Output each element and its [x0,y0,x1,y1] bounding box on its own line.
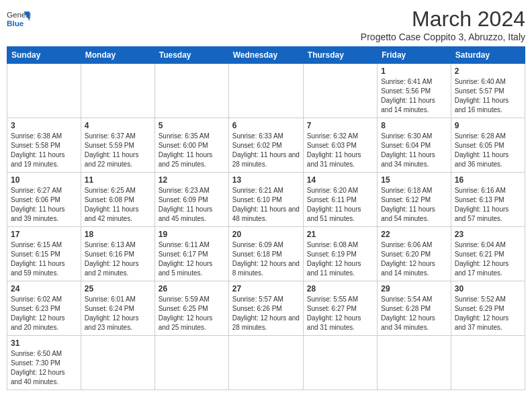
calendar-day-cell [228,336,303,390]
day-number: 10 [11,175,77,185]
calendar-day-cell: 21Sunrise: 6:08 AM Sunset: 6:19 PM Dayli… [303,227,377,281]
weekday-header-cell: Friday [378,47,451,64]
day-info: Sunrise: 6:13 AM Sunset: 6:16 PM Dayligh… [85,240,151,278]
calendar-body: 1Sunrise: 6:41 AM Sunset: 5:56 PM Daylig… [7,64,525,390]
calendar-day-cell: 24Sunrise: 6:02 AM Sunset: 6:23 PM Dayli… [7,281,81,336]
logo-icon: General Blue [7,7,31,31]
calendar-day-cell [303,336,377,390]
day-number: 8 [381,121,447,130]
day-number: 15 [381,175,447,185]
calendar-day-cell: 30Sunrise: 5:52 AM Sunset: 6:29 PM Dayli… [451,281,525,336]
calendar-day-cell [378,336,451,390]
day-info: Sunrise: 6:15 AM Sunset: 6:15 PM Dayligh… [11,240,77,278]
day-number: 9 [455,121,521,130]
calendar-week-row: 10Sunrise: 6:27 AM Sunset: 6:06 PM Dayli… [7,173,525,227]
svg-text:Blue: Blue [7,19,24,28]
day-number: 28 [307,284,373,293]
weekday-header-row: SundayMondayTuesdayWednesdayThursdayFrid… [7,47,525,64]
calendar-day-cell: 23Sunrise: 6:04 AM Sunset: 6:21 PM Dayli… [451,227,525,281]
day-info: Sunrise: 6:23 AM Sunset: 6:09 PM Dayligh… [159,186,225,224]
day-number: 26 [159,284,225,293]
day-info: Sunrise: 5:57 AM Sunset: 6:26 PM Dayligh… [232,295,300,332]
weekday-header-cell: Monday [81,47,154,64]
day-number: 13 [232,175,300,185]
calendar-day-cell: 1Sunrise: 6:41 AM Sunset: 5:56 PM Daylig… [378,64,451,118]
day-info: Sunrise: 6:37 AM Sunset: 5:59 PM Dayligh… [85,132,151,169]
calendar-day-cell: 14Sunrise: 6:20 AM Sunset: 6:11 PM Dayli… [303,173,377,227]
day-info: Sunrise: 6:50 AM Sunset: 7:30 PM Dayligh… [11,349,77,387]
day-number: 1 [381,66,447,76]
calendar-day-cell: 11Sunrise: 6:25 AM Sunset: 6:08 PM Dayli… [81,173,154,227]
day-info: Sunrise: 6:20 AM Sunset: 6:11 PM Dayligh… [307,186,373,224]
calendar-day-cell [7,64,81,118]
day-info: Sunrise: 6:06 AM Sunset: 6:20 PM Dayligh… [381,240,447,278]
calendar-day-cell [81,336,154,390]
calendar-day-cell: 25Sunrise: 6:01 AM Sunset: 6:24 PM Dayli… [81,281,154,336]
day-number: 14 [307,175,373,185]
day-info: Sunrise: 6:32 AM Sunset: 6:03 PM Dayligh… [307,132,373,169]
day-number: 29 [381,284,447,293]
day-number: 3 [11,121,77,130]
day-info: Sunrise: 6:35 AM Sunset: 6:00 PM Dayligh… [159,132,225,169]
calendar-day-cell [228,64,303,118]
calendar-day-cell: 18Sunrise: 6:13 AM Sunset: 6:16 PM Dayli… [81,227,154,281]
calendar-day-cell [451,336,525,390]
calendar-day-cell: 6Sunrise: 6:33 AM Sunset: 6:02 PM Daylig… [228,118,303,173]
day-info: Sunrise: 6:18 AM Sunset: 6:12 PM Dayligh… [381,186,447,224]
day-info: Sunrise: 6:25 AM Sunset: 6:08 PM Dayligh… [85,186,151,224]
day-number: 19 [159,230,225,239]
title-block: March 2024 Progetto Case Coppito 3, Abru… [361,7,525,42]
logo: General Blue [7,7,31,31]
day-number: 22 [381,230,447,239]
day-info: Sunrise: 6:16 AM Sunset: 6:13 PM Dayligh… [455,186,521,224]
day-info: Sunrise: 6:09 AM Sunset: 6:18 PM Dayligh… [232,240,300,278]
calendar-day-cell: 3Sunrise: 6:38 AM Sunset: 5:58 PM Daylig… [7,118,81,173]
day-info: Sunrise: 6:11 AM Sunset: 6:17 PM Dayligh… [159,240,225,278]
day-number: 5 [159,121,225,130]
day-info: Sunrise: 6:08 AM Sunset: 6:19 PM Dayligh… [307,240,373,278]
day-info: Sunrise: 6:21 AM Sunset: 6:10 PM Dayligh… [232,186,300,224]
day-info: Sunrise: 6:02 AM Sunset: 6:23 PM Dayligh… [11,295,77,332]
day-info: Sunrise: 5:54 AM Sunset: 6:28 PM Dayligh… [381,295,447,332]
weekday-header-cell: Thursday [303,47,377,64]
weekday-header-cell: Saturday [451,47,525,64]
day-number: 7 [307,121,373,130]
calendar-day-cell: 27Sunrise: 5:57 AM Sunset: 6:26 PM Dayli… [228,281,303,336]
calendar-day-cell [154,64,228,118]
day-number: 20 [232,230,300,239]
day-info: Sunrise: 6:38 AM Sunset: 5:58 PM Dayligh… [11,132,77,169]
calendar-day-cell: 28Sunrise: 5:55 AM Sunset: 6:27 PM Dayli… [303,281,377,336]
day-number: 25 [85,284,151,293]
day-number: 17 [11,230,77,239]
calendar-day-cell: 20Sunrise: 6:09 AM Sunset: 6:18 PM Dayli… [228,227,303,281]
weekday-header-cell: Sunday [7,47,81,64]
day-number: 6 [232,121,300,130]
day-number: 27 [232,284,300,293]
calendar-day-cell: 31Sunrise: 6:50 AM Sunset: 7:30 PM Dayli… [7,336,81,390]
calendar-day-cell: 16Sunrise: 6:16 AM Sunset: 6:13 PM Dayli… [451,173,525,227]
day-number: 11 [85,175,151,185]
day-number: 24 [11,284,77,293]
day-info: Sunrise: 6:40 AM Sunset: 5:57 PM Dayligh… [455,77,521,115]
day-info: Sunrise: 5:52 AM Sunset: 6:29 PM Dayligh… [455,295,521,332]
day-info: Sunrise: 6:01 AM Sunset: 6:24 PM Dayligh… [85,295,151,332]
day-info: Sunrise: 6:27 AM Sunset: 6:06 PM Dayligh… [11,186,77,224]
day-number: 21 [307,230,373,239]
day-number: 23 [455,230,521,239]
day-info: Sunrise: 6:33 AM Sunset: 6:02 PM Dayligh… [232,132,300,169]
calendar-week-row: 3Sunrise: 6:38 AM Sunset: 5:58 PM Daylig… [7,118,525,173]
day-info: Sunrise: 6:28 AM Sunset: 6:05 PM Dayligh… [455,132,521,169]
day-number: 2 [455,66,521,76]
calendar-table: SundayMondayTuesdayWednesdayThursdayFrid… [7,46,525,390]
calendar-day-cell: 26Sunrise: 5:59 AM Sunset: 6:25 PM Dayli… [154,281,228,336]
calendar-day-cell [81,64,154,118]
calendar-day-cell: 29Sunrise: 5:54 AM Sunset: 6:28 PM Dayli… [378,281,451,336]
calendar-subtitle: Progetto Case Coppito 3, Abruzzo, Italy [361,32,525,42]
calendar-day-cell: 5Sunrise: 6:35 AM Sunset: 6:00 PM Daylig… [154,118,228,173]
calendar-day-cell: 8Sunrise: 6:30 AM Sunset: 6:04 PM Daylig… [378,118,451,173]
month-title: March 2024 [361,7,525,32]
day-number: 16 [455,175,521,185]
calendar-day-cell: 17Sunrise: 6:15 AM Sunset: 6:15 PM Dayli… [7,227,81,281]
calendar-day-cell [303,64,377,118]
day-number: 4 [85,121,151,130]
